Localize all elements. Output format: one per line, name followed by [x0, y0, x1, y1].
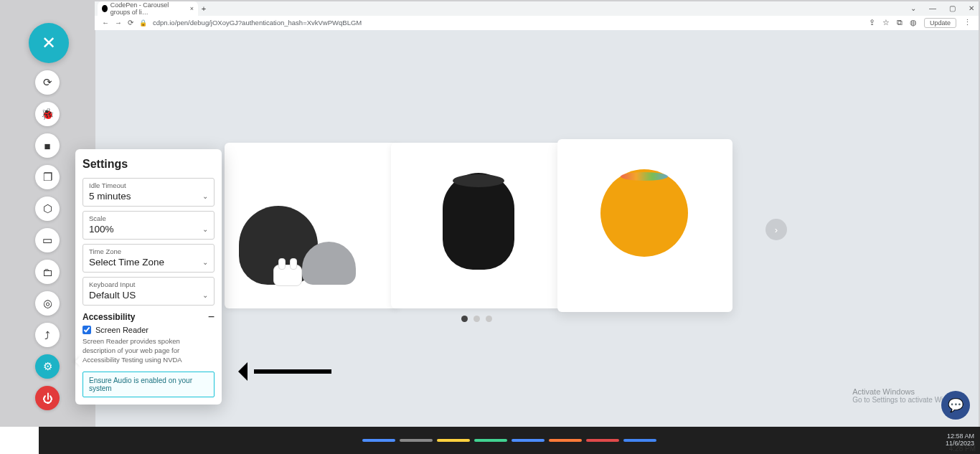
taskbar-left-gap	[0, 427, 39, 454]
browser-chrome: CodePen - Carousel groups of li… × + ⌄ —…	[95, 1, 979, 30]
taskbar-app-icon[interactable]	[549, 439, 582, 442]
carousel-dot-2[interactable]	[473, 316, 480, 322]
tab-bar: CodePen - Carousel groups of li… × +	[95, 1, 979, 16]
window-dropdown-icon[interactable]: ⌄	[910, 4, 916, 12]
chevron-down-icon: ⌄	[202, 258, 208, 266]
new-tab-button[interactable]: +	[198, 1, 209, 16]
gear-icon: ⚙	[43, 360, 52, 373]
carousel-dot-3[interactable]	[486, 316, 492, 322]
screen-reader-row[interactable]: Screen Reader	[83, 326, 215, 334]
location-icon: ◎	[43, 297, 52, 310]
bug-button[interactable]: 🐞	[35, 102, 60, 126]
chevron-right-icon: ›	[775, 224, 778, 235]
extensions-icon[interactable]: ⧉	[897, 18, 903, 27]
sync-icon: ⟳	[43, 76, 52, 89]
favicon-icon	[102, 5, 108, 12]
nav-forward-icon[interactable]: →	[115, 19, 122, 27]
browser-tab[interactable]: CodePen - Carousel groups of li… ×	[98, 1, 198, 16]
airpods-icon	[273, 265, 302, 286]
carousel-dot-1[interactable]	[461, 316, 468, 322]
taskbar-app-icon[interactable]	[586, 439, 619, 442]
annotation-arrow	[238, 366, 331, 377]
cube-icon: ⬡	[43, 202, 52, 215]
host-clock: 4:28 PM	[949, 445, 976, 453]
carousel-item-3[interactable]	[557, 139, 732, 312]
idle-timeout-select[interactable]: Idle Timeout 5 minutes ⌄	[83, 178, 215, 207]
folder-icon: 🗀	[42, 266, 53, 278]
upload-icon: ⤴	[44, 329, 50, 341]
homepod-mini-grey-icon	[302, 242, 356, 285]
sync-button[interactable]: ⟳	[35, 70, 60, 95]
window-controls: ⌄ — ▢ ✕	[910, 4, 974, 12]
screen-reader-checkbox[interactable]	[83, 326, 91, 334]
star-icon[interactable]: ☆	[882, 18, 890, 27]
copy-icon: ❐	[43, 171, 52, 184]
window-minimize-icon[interactable]: —	[929, 4, 936, 12]
taskbar-app-icon[interactable]	[474, 439, 507, 442]
close-tab-icon[interactable]: ×	[190, 5, 194, 12]
chevron-down-icon: ⌄	[202, 192, 208, 200]
keyboard-value: Default US	[89, 290, 208, 301]
screen-reader-label: Screen Reader	[95, 326, 149, 334]
keyboard-select[interactable]: Keyboard Input Default US ⌄	[83, 277, 215, 306]
display-button[interactable]: ▭	[35, 228, 60, 252]
collapse-icon: −	[208, 311, 215, 323]
carousel-item-2[interactable]	[391, 143, 566, 308]
bug-icon: 🐞	[41, 108, 55, 120]
lock-icon: 🔒	[139, 19, 147, 27]
taskbar-center	[362, 439, 656, 442]
chat-button[interactable]: 💬	[941, 391, 970, 420]
settings-popover: Settings Idle Timeout 5 minutes ⌄ Scale …	[75, 149, 222, 405]
homepod-black-icon	[443, 173, 514, 270]
homepod-mini-yellow-icon	[600, 169, 688, 257]
timezone-value: Select Time Zone	[89, 257, 208, 268]
upload-button[interactable]: ⤴	[35, 323, 60, 347]
folder-button[interactable]: 🗀	[35, 260, 60, 284]
close-panel-button[interactable]: ✕	[29, 23, 69, 63]
carousel-dots	[461, 316, 492, 322]
idle-timeout-label: Idle Timeout	[89, 181, 208, 189]
scale-label: Scale	[89, 214, 208, 222]
share-icon[interactable]: ⇪	[869, 18, 875, 27]
tool-rail: ⟳ 🐞 ■ ❐ ⬡ ▭ 🗀 ◎ ⤴ ⚙ ⏻	[33, 70, 62, 410]
close-icon: ✕	[42, 33, 56, 53]
copy-button[interactable]: ❐	[35, 165, 60, 189]
taskbar-app-icon[interactable]	[400, 439, 433, 442]
settings-button[interactable]: ⚙	[35, 354, 60, 379]
url-text[interactable]: cdpn.io/pen/debug/jOXoyGJ?authentication…	[153, 19, 362, 27]
nav-back-icon[interactable]: ←	[102, 19, 109, 27]
address-bar: ← → ⟳ 🔒 cdpn.io/pen/debug/jOXoyGJ?authen…	[95, 16, 979, 29]
accessibility-section-header[interactable]: Accessibility −	[83, 311, 215, 323]
scale-select[interactable]: Scale 100% ⌄	[83, 211, 215, 240]
taskbar: 12:58 AM 11/6/2023	[39, 427, 980, 454]
tab-title: CodePen - Carousel groups of li…	[110, 1, 187, 16]
chevron-down-icon: ⌄	[202, 225, 208, 233]
update-button[interactable]: Update	[924, 18, 956, 28]
taskbar-app-icon[interactable]	[362, 439, 395, 442]
kebab-menu-icon[interactable]: ⋮	[963, 18, 971, 27]
window-maximize-icon[interactable]: ▢	[949, 4, 956, 12]
timezone-select[interactable]: Time Zone Select Time Zone ⌄	[83, 244, 215, 273]
arrow-head-icon	[238, 362, 248, 381]
settings-title: Settings	[83, 158, 215, 171]
profile-icon[interactable]: ◍	[910, 18, 917, 27]
video-icon: ■	[44, 140, 50, 152]
taskbar-app-icon[interactable]	[512, 439, 545, 442]
chevron-down-icon: ⌄	[202, 291, 208, 299]
taskbar-app-icon[interactable]	[437, 439, 470, 442]
accessibility-title: Accessibility	[83, 312, 135, 322]
location-button[interactable]: ◎	[35, 291, 60, 316]
window-close-icon[interactable]: ✕	[969, 4, 974, 12]
nav-reload-icon[interactable]: ⟳	[128, 19, 133, 27]
cube-button[interactable]: ⬡	[35, 197, 60, 221]
arrow-shaft	[254, 369, 331, 374]
taskbar-app-icon[interactable]	[623, 439, 656, 442]
keyboard-label: Keyboard Input	[89, 280, 208, 288]
carousel-next-button[interactable]: ›	[765, 219, 787, 240]
scale-value: 100%	[89, 224, 208, 235]
video-button[interactable]: ■	[35, 133, 60, 158]
power-button[interactable]: ⏻	[35, 386, 60, 410]
audio-note: Ensure Audio is enabled on your system	[83, 372, 215, 397]
carousel-item-1[interactable]	[225, 143, 400, 308]
display-icon: ▭	[42, 234, 52, 247]
